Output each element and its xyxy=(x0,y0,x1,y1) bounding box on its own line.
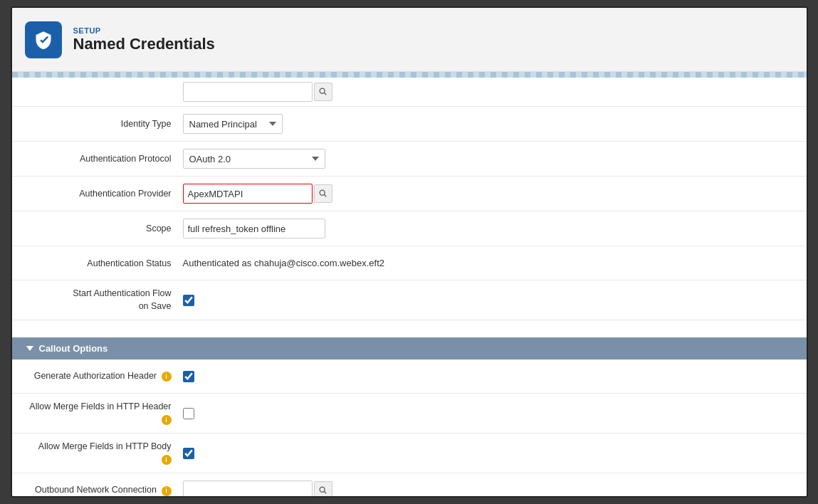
partial-lookup-btn[interactable] xyxy=(314,83,332,101)
allow-merge-http-header-label: Allow Merge Fields in HTTP Header xyxy=(29,401,171,411)
setup-label: SETUP xyxy=(73,26,215,35)
gen-auth-header-control xyxy=(183,371,792,382)
scope-control xyxy=(183,219,792,238)
lookup-icon xyxy=(318,87,328,97)
allow-merge-http-header-info-icon[interactable]: i xyxy=(162,415,172,425)
gen-auth-header-label: Generate Authorization Header xyxy=(34,371,157,381)
scope-row: Scope xyxy=(12,211,807,246)
scope-input[interactable] xyxy=(183,219,325,238)
allow-merge-http-header-label-container: Allow Merge Fields in HTTP Header i xyxy=(26,401,183,426)
gen-auth-header-label-container: Generate Authorization Header i xyxy=(26,371,183,382)
allow-merge-http-body-label-container: Allow Merge Fields in HTTP Body i xyxy=(26,441,183,466)
page-title: Named Credentials xyxy=(73,35,215,53)
auth-status-value: Authenticated as chahuja@cisco.com.webex… xyxy=(183,258,384,268)
spacer-row xyxy=(12,320,807,337)
auth-provider-lookup-icon xyxy=(318,189,328,199)
identity-type-control: Named Principal Per User xyxy=(183,114,792,134)
allow-merge-http-header-row: Allow Merge Fields in HTTP Header i xyxy=(12,394,807,434)
form-section: Identity Type Named Principal Per User A… xyxy=(12,78,807,337)
auth-status-label: Authentication Status xyxy=(26,258,183,268)
outbound-network-label: Outbound Network Connection xyxy=(35,485,157,495)
main-window: SETUP Named Credentials xyxy=(11,6,808,498)
gen-auth-header-info-icon[interactable]: i xyxy=(162,372,172,382)
outbound-network-row: Outbound Network Connection i xyxy=(12,473,807,496)
auth-status-control: Authenticated as chahuja@cisco.com.webex… xyxy=(183,258,792,268)
outbound-network-label-container: Outbound Network Connection i xyxy=(26,484,183,496)
shield-icon xyxy=(33,30,53,50)
identity-type-select[interactable]: Named Principal Per User xyxy=(183,114,283,134)
header: SETUP Named Credentials xyxy=(12,8,807,72)
allow-merge-http-body-control xyxy=(183,448,792,459)
gen-auth-header-row: Generate Authorization Header i xyxy=(12,359,807,394)
svg-line-1 xyxy=(324,93,326,95)
svg-line-5 xyxy=(324,491,326,493)
outbound-network-lookup-btn[interactable] xyxy=(314,481,332,496)
allow-merge-http-body-info-icon[interactable]: i xyxy=(162,455,172,465)
svg-point-4 xyxy=(320,487,325,492)
outbound-network-input[interactable] xyxy=(183,481,313,496)
outbound-lookup-icon xyxy=(318,485,328,495)
app-icon xyxy=(25,21,62,58)
allow-merge-http-header-checkbox[interactable] xyxy=(183,408,194,419)
auth-protocol-row: Authentication Protocol OAuth 2.0 Passwo… xyxy=(12,142,807,177)
callout-options-section: Generate Authorization Header i Allow Me… xyxy=(12,359,807,496)
deco-border xyxy=(12,72,807,78)
allow-merge-http-header-control xyxy=(183,408,792,419)
svg-line-3 xyxy=(324,194,326,196)
identity-type-row: Identity Type Named Principal Per User xyxy=(12,107,807,142)
auth-provider-row: Authentication Provider xyxy=(12,177,807,211)
start-auth-control xyxy=(183,295,792,306)
allow-merge-http-body-row: Allow Merge Fields in HTTP Body i xyxy=(12,434,807,473)
identity-type-label: Identity Type xyxy=(26,119,183,129)
auth-provider-control xyxy=(183,184,792,204)
outbound-network-info-icon[interactable]: i xyxy=(162,486,172,496)
partial-input[interactable] xyxy=(183,82,313,102)
start-auth-label: Start Authentication Flow on Save xyxy=(26,288,183,313)
auth-provider-lookup-btn[interactable] xyxy=(314,184,332,203)
auth-protocol-select[interactable]: OAuth 2.0 Password Certificate No Authen… xyxy=(183,149,325,169)
callout-options-label: Callout Options xyxy=(39,343,108,354)
triangle-icon xyxy=(26,346,33,351)
svg-point-2 xyxy=(320,190,325,195)
scroll-area[interactable]: Identity Type Named Principal Per User A… xyxy=(12,72,807,496)
start-auth-row: Start Authentication Flow on Save xyxy=(12,280,807,320)
allow-merge-http-body-label: Allow Merge Fields in HTTP Body xyxy=(38,441,172,451)
callout-options-header: Callout Options xyxy=(12,337,807,359)
auth-protocol-label: Authentication Protocol xyxy=(26,154,183,164)
start-auth-checkbox[interactable] xyxy=(183,295,194,306)
scope-label: Scope xyxy=(26,224,183,233)
auth-protocol-control: OAuth 2.0 Password Certificate No Authen… xyxy=(183,149,792,169)
header-text: SETUP Named Credentials xyxy=(73,26,215,53)
auth-status-row: Authentication Status Authenticated as c… xyxy=(12,246,807,280)
partial-top-row xyxy=(12,78,807,107)
auth-provider-input[interactable] xyxy=(183,184,313,204)
allow-merge-http-body-checkbox[interactable] xyxy=(183,448,194,459)
outbound-network-control xyxy=(183,481,792,496)
auth-provider-label: Authentication Provider xyxy=(26,189,183,199)
svg-point-0 xyxy=(320,88,325,93)
gen-auth-header-checkbox[interactable] xyxy=(183,371,194,382)
